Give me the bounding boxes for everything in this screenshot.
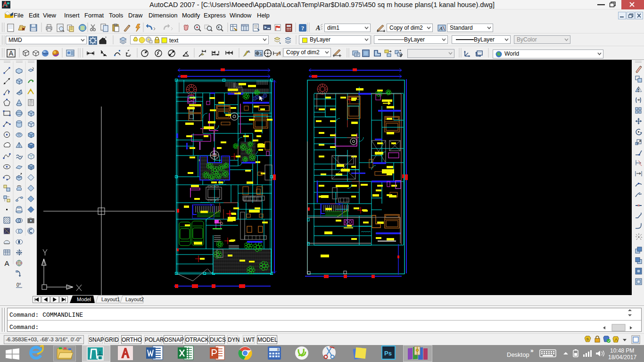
svg-text:8: 8 <box>277 348 279 351</box>
svg-text:Ps: Ps <box>384 350 392 357</box>
